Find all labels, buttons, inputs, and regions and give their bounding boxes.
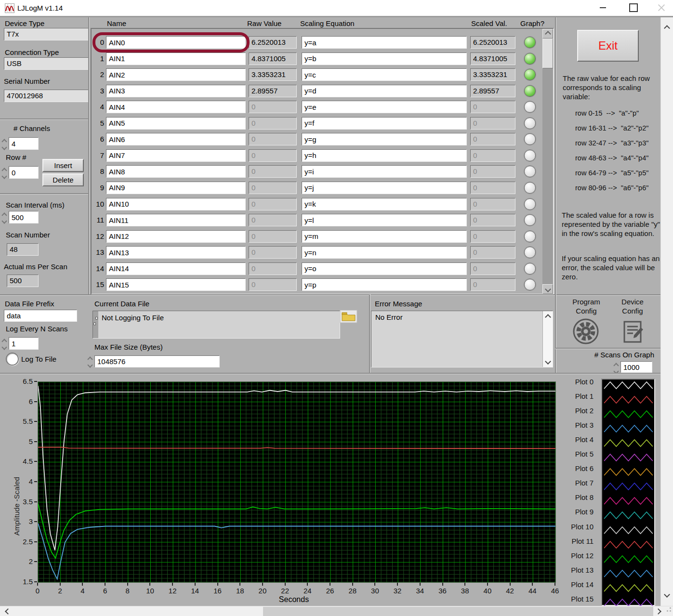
plot-legend[interactable] — [601, 379, 655, 606]
device-config-icon[interactable] — [620, 319, 646, 344]
scan-interval-input[interactable] — [9, 211, 39, 223]
scaling-equation-input[interactable] — [302, 68, 467, 81]
channel-name-input[interactable] — [106, 278, 246, 291]
plot-line-sample[interactable] — [603, 467, 654, 479]
scaling-equation-input[interactable] — [302, 246, 467, 259]
plot-line-sample[interactable] — [603, 568, 654, 581]
channel-name-input[interactable] — [106, 165, 246, 178]
scaling-equation-input[interactable] — [302, 85, 467, 97]
plot-legend-label[interactable]: Plot 13 — [562, 566, 594, 574]
connection-type-value[interactable]: USB — [4, 57, 89, 70]
scaling-equation-input[interactable] — [302, 117, 467, 130]
graph-led[interactable] — [524, 118, 536, 129]
graph-led[interactable] — [524, 101, 536, 113]
plot-legend-label[interactable]: Plot 9 — [562, 508, 594, 516]
log-every-n-stepper[interactable] — [1, 340, 7, 349]
scan-interval-stepper[interactable] — [1, 213, 7, 223]
plot-line-sample[interactable] — [603, 496, 654, 508]
plot-legend-label[interactable]: Plot 11 — [562, 537, 594, 545]
channel-name-input[interactable] — [106, 52, 246, 65]
scaling-equation-input[interactable] — [302, 278, 467, 291]
channel-name-input[interactable] — [106, 68, 246, 81]
minimize-button[interactable] — [592, 0, 614, 15]
plot-legend-label[interactable]: Plot 1 — [562, 392, 594, 400]
row-number-input[interactable] — [9, 166, 39, 179]
scroll-up-icon[interactable] — [543, 312, 553, 322]
browse-folder-icon[interactable] — [340, 310, 357, 323]
scroll-up-icon[interactable] — [662, 23, 672, 33]
graph-led[interactable] — [524, 247, 536, 258]
table-scrollbar[interactable] — [542, 29, 553, 294]
plot-line-sample[interactable] — [603, 409, 654, 421]
plot-legend-label[interactable]: Plot 7 — [562, 479, 594, 487]
plot-legend-label[interactable]: Plot 6 — [562, 464, 594, 472]
plot-line-sample[interactable] — [603, 438, 654, 450]
channel-name-input[interactable] — [106, 262, 246, 275]
table-scroll-thumb[interactable] — [542, 39, 553, 68]
plot-line-sample[interactable] — [603, 452, 654, 465]
scaling-equation-input[interactable] — [302, 36, 467, 49]
scans-on-graph-input[interactable] — [620, 361, 652, 373]
max-file-size-stepper[interactable] — [87, 357, 93, 367]
max-file-size-input[interactable] — [94, 355, 220, 367]
plot-line-sample[interactable] — [603, 423, 654, 436]
channel-name-input[interactable] — [106, 85, 246, 97]
plot-line-sample[interactable] — [603, 380, 654, 393]
drag-handle[interactable] — [93, 311, 98, 338]
plot-line-sample[interactable] — [603, 481, 654, 494]
error-scrollbar[interactable] — [542, 311, 553, 367]
plot-legend-label[interactable]: Plot 14 — [562, 580, 594, 589]
scaling-equation-input[interactable] — [302, 198, 467, 210]
scaling-equation-input[interactable] — [302, 165, 467, 178]
plot-line-sample[interactable] — [603, 510, 654, 523]
scaling-equation-input[interactable] — [302, 182, 467, 194]
close-button[interactable] — [650, 0, 673, 15]
program-config-gear-icon[interactable] — [572, 318, 599, 345]
channel-name-input[interactable] — [106, 117, 246, 130]
scaling-equation-input[interactable] — [302, 230, 467, 243]
scans-on-graph-stepper[interactable] — [613, 364, 619, 373]
plot-legend-label[interactable]: Plot 5 — [562, 450, 594, 458]
channel-name-input[interactable] — [106, 198, 246, 210]
plot-legend-label[interactable]: Plot 8 — [562, 493, 594, 501]
exit-button[interactable]: Exit — [577, 30, 639, 62]
graph-led[interactable] — [524, 37, 536, 48]
graph-led[interactable] — [524, 231, 536, 242]
plot-line-sample[interactable] — [603, 539, 654, 552]
delete-button[interactable]: Delete — [42, 173, 84, 186]
scroll-up-icon[interactable] — [542, 29, 553, 39]
graph-led[interactable] — [524, 279, 536, 290]
plot-legend-label[interactable]: Plot 4 — [562, 435, 594, 444]
scroll-right-icon[interactable] — [653, 606, 663, 616]
plot-legend-label[interactable]: Plot 15 — [562, 595, 594, 603]
horizontal-scroll-thumb[interactable] — [263, 607, 653, 616]
vertical-scrollbar[interactable] — [660, 17, 673, 606]
plot-line-sample[interactable] — [603, 554, 654, 566]
scaling-equation-input[interactable] — [302, 101, 467, 113]
scroll-left-icon[interactable] — [3, 606, 13, 616]
channel-name-input[interactable] — [106, 133, 246, 145]
channel-name-input[interactable] — [106, 246, 246, 259]
scaling-equation-input[interactable] — [302, 133, 467, 145]
scroll-down-icon[interactable] — [542, 284, 553, 294]
scaling-equation-input[interactable] — [302, 52, 467, 65]
plot-legend-label[interactable]: Plot 10 — [562, 523, 594, 531]
scaling-equation-input[interactable] — [302, 214, 467, 226]
graph-led[interactable] — [524, 133, 536, 145]
device-type-value[interactable]: T7x — [4, 28, 89, 40]
plot-line-sample[interactable] — [603, 525, 654, 537]
log-every-n-input[interactable] — [9, 337, 39, 350]
plot-line-sample[interactable] — [603, 394, 654, 407]
horizontal-scrollbar[interactable] — [0, 606, 673, 616]
graph-led[interactable] — [524, 198, 536, 210]
row-number-stepper[interactable] — [1, 169, 7, 178]
channel-name-input[interactable] — [106, 101, 246, 113]
channel-name-input[interactable] — [106, 182, 246, 194]
log-to-file-radio[interactable] — [6, 353, 19, 366]
insert-button[interactable]: Insert — [42, 159, 84, 172]
plot-legend-label[interactable]: Plot 2 — [562, 406, 594, 415]
scroll-down-icon[interactable] — [543, 356, 553, 366]
num-channels-stepper[interactable] — [1, 140, 7, 149]
data-file-prefix-input[interactable] — [4, 310, 77, 322]
channel-name-input[interactable] — [106, 149, 246, 162]
